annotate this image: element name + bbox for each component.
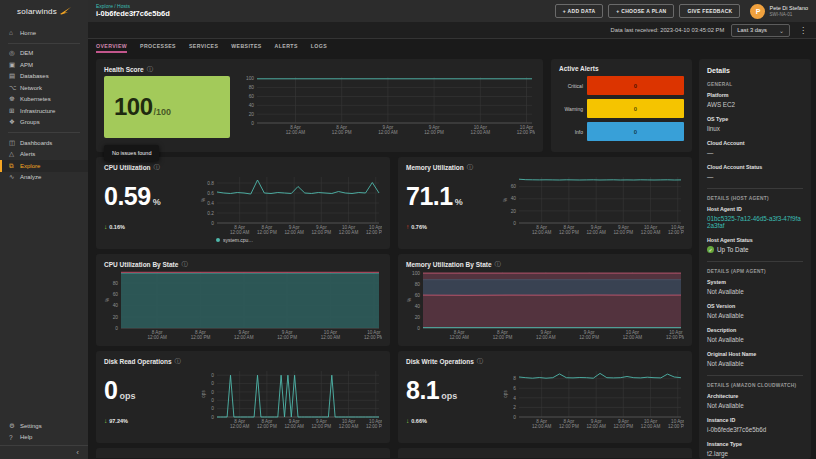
sidebar-item-dem[interactable]: ◎ DEM [0,48,88,60]
field-instance-type: Instance Type t2.large [707,441,803,457]
cpu-by-state-card: CPU Utilization By State ⓘ 8060402008 Ap… [96,254,390,346]
tab-overview[interactable]: OVERVIEW [96,43,127,53]
sidebar-item-explore[interactable]: ⧉ Explore [0,160,88,172]
cpu-by-state-chart[interactable]: 8060402008 Apr12:00 AM8 Apr12:00 PM9 Apr… [104,269,382,341]
svg-text:ops: ops [201,390,206,398]
give-feedback-button[interactable]: GIVE FEEDBACK [679,4,740,18]
health-score-max: /100 [154,107,172,117]
sidebar-item-home[interactable]: ⌂ Home [0,27,88,39]
info-icon[interactable]: ⓘ [147,65,153,74]
avatar[interactable]: P [750,4,765,19]
svg-text:10 Apr: 10 Apr [520,125,534,130]
field-value: i-0b6fede3f7c6e5b6d [707,426,803,433]
info-icon[interactable]: ⓘ [181,260,187,269]
svg-text:10 Apr: 10 Apr [474,125,488,130]
svg-text:9 Apr: 9 Apr [316,225,327,230]
cpu-delta-value: 0.16% [109,224,125,230]
svg-text:2: 2 [513,405,516,410]
time-range-dropdown[interactable]: Last 3 days ⌄ [731,24,790,37]
tab-processes[interactable]: PROCESSES [140,43,176,53]
svg-text:12:00 AM: 12:00 AM [339,424,359,429]
critical-count-box[interactable]: 0 [587,76,684,95]
user-menu[interactable]: P Pete Di Stefano SWI-NA-01 [750,4,808,19]
svg-text:10 Apr: 10 Apr [669,330,683,335]
sidebar-item-databases[interactable]: ▤ Databases [0,71,88,83]
memory-chart-col: 60402008 Apr12:00 AM8 Apr12:00 PM9 Apr12… [502,174,684,236]
section-divider [707,261,803,262]
cards-column: Health Score ⓘ 100 /100 1008060402008 Ap… [96,59,692,459]
field-original-host-name: Original Host Name Not Available [707,351,803,367]
sidebar-item-analyze[interactable]: ∿ Analyze [0,172,88,184]
svg-text:0: 0 [115,326,118,331]
disk-read-unit: ops [119,391,135,401]
svg-text:12:00 PM: 12:00 PM [613,230,633,235]
info-icon[interactable]: ⓘ [495,260,501,269]
info-icon[interactable]: ⓘ [175,357,181,366]
svg-text:8 Apr: 8 Apr [195,330,206,335]
svg-text:12:00 PM: 12:00 PM [668,424,684,429]
disk-read-delta: ↓ 97.24% [104,417,200,424]
cpu-utilization-chart[interactable]: 0.80.60.40.208 Apr12:00 AM8 Apr12:00 PM9… [200,174,382,236]
info-icon[interactable]: ⓘ [154,163,160,172]
warning-count-box[interactable]: 0 [587,99,684,118]
info-icon[interactable]: ⓘ [467,163,473,172]
disk-write-chart-col: 864208 Apr12:00 AM8 Apr12:00 PM9 Apr12:0… [502,368,684,430]
disk-read-chart[interactable]: 0000008 Apr12:00 AM8 Apr12:00 PM9 Apr12:… [200,368,382,430]
sidebar-item-alerts[interactable]: △ Alerts [0,149,88,161]
tab-websites[interactable]: WEBSITES [231,43,261,53]
memory-utilization-chart[interactable]: 60402008 Apr12:00 AM8 Apr12:00 PM9 Apr12… [502,174,684,236]
sidebar-item-help[interactable]: ? Help [0,432,88,444]
kebab-menu-icon[interactable]: ⋮ [797,26,809,35]
svg-text:8 Apr: 8 Apr [234,225,245,230]
cpu-unit: % [153,197,161,207]
tab-services[interactable]: SERVICES [189,43,218,53]
memory-by-state-title: Memory Utilization By State [406,261,492,268]
row-disk: Disk Read Operations ⓘ 0 ops ↓ [96,351,692,443]
sidebar-item-dashboards[interactable]: ◫ Dashboards [0,137,88,149]
tab-alerts[interactable]: ALERTS [275,43,298,53]
memory-by-state-chart[interactable]: 1008060402008 Apr12:00 AM8 Apr12:00 PM9 … [406,269,684,341]
host-agent-id-link[interactable]: 01bc5325-7a12-46d5-a3f3-47f9fa2a3faf [707,215,803,229]
active-alerts-title: Active Alerts [559,65,599,72]
svg-text:9 Apr: 9 Apr [282,330,293,335]
svg-text:12:00 PM: 12:00 PM [493,335,513,340]
partial-card [96,448,390,458]
field-label: OS Type [707,116,803,122]
info-count-box[interactable]: 0 [587,122,684,141]
solarwinds-logo[interactable]: solarwinds [0,0,88,22]
health-score-chart[interactable]: 1008060402008 Apr12:00 AM8 Apr12:00 PM9 … [242,74,535,136]
disk-write-chart[interactable]: 864208 Apr12:00 AM8 Apr12:00 PM9 Apr12:0… [502,368,684,430]
sidebar-item-settings[interactable]: ⚙ Settings [0,420,88,432]
svg-text:ops: ops [503,390,508,398]
arrow-up-icon: ↑ [406,223,409,230]
sidebar-item-network[interactable]: ⌥ Network [0,82,88,94]
time-range-value: Last 3 days [737,27,767,33]
sidebar-item-infrastructure[interactable]: ⊞ Infrastructure [0,105,88,117]
sidebar-item-groups[interactable]: ❖ Groups [0,117,88,129]
svg-text:80: 80 [113,281,119,286]
svg-text:9 Apr: 9 Apr [238,330,249,335]
user-meta: Pete Di Stefano SWI-NA-01 [769,5,808,17]
user-name: Pete Di Stefano [769,5,808,12]
sidebar-collapse-button[interactable]: ‹ [0,445,88,459]
card-title-row: CPU Utilization ⓘ [104,163,382,172]
disk-write-delta: ↓ 0.66% [406,417,502,424]
tab-logs[interactable]: LOGS [311,43,327,53]
svg-text:12:00 AM: 12:00 AM [449,335,469,340]
svg-text:6: 6 [513,386,516,391]
cpu-delta: ↓ 0.16% [104,223,200,230]
add-data-button[interactable]: + ADD DATA [555,4,604,18]
info-icon[interactable]: ⓘ [477,357,483,366]
dashboards-icon: ◫ [9,139,20,147]
field-value: linux [707,125,803,132]
disk-read-title: Disk Read Operations [104,358,172,365]
choose-a-plan-button[interactable]: + CHOOSE A PLAN [608,4,674,18]
svg-text:4: 4 [513,396,516,401]
svg-text:20: 20 [113,315,119,320]
svg-text:20: 20 [415,315,421,320]
field-cloud-account-status: Cloud Account Status — [707,164,803,180]
sidebar-item-kubernetes[interactable]: ☸ Kubernetes [0,94,88,106]
sidebar-item-apm[interactable]: ▣ APM [0,59,88,71]
legend-dot [216,238,220,242]
active-alerts-card: Active Alerts Critical 0 Warning 0 Info [551,59,692,152]
